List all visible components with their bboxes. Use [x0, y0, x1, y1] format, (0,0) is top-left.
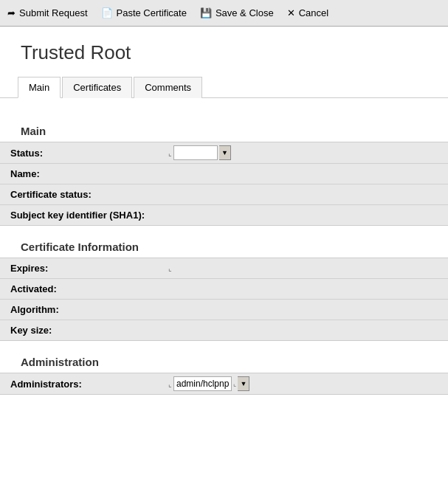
admin-value-text: admin/hclpnp [176, 379, 229, 389]
paste-certificate-label: Paste Certificate [117, 7, 187, 18]
cancel-button[interactable]: ✕ Cancel [287, 7, 328, 18]
admin-dropdown-btn[interactable]: ▼ [238, 376, 249, 391]
subject-key-value-cell[interactable] [162, 205, 448, 226]
admin-ref-icon: ⌞ [168, 380, 172, 388]
admin-input[interactable]: admin/hclpnp [173, 376, 232, 391]
table-row: Status: ⌞ ▼ [0, 142, 448, 164]
algorithm-label: Algorithm: [0, 300, 162, 320]
table-row: Administrators: ⌞ admin/hclpnp ⌞ ▼ [0, 373, 448, 395]
save-icon: 💾 [200, 7, 212, 18]
administrators-label: Administrators: [0, 373, 162, 395]
submit-icon: ➦ [7, 7, 15, 18]
subject-key-label: Subject key identifier (SHA1): [0, 205, 162, 226]
key-size-label: Key size: [0, 320, 162, 341]
page-title: Trusted Root [0, 27, 448, 76]
cert-status-value-cell[interactable] [162, 184, 448, 205]
cert-fields-table: Expires: ⌞ Activated: Algorithm: Key siz… [0, 258, 448, 341]
cancel-label: Cancel [299, 7, 328, 18]
admin-ref-icon2: ⌞ [233, 380, 236, 387]
save-close-button[interactable]: 💾 Save & Close [200, 7, 274, 18]
tab-certificates[interactable]: Certificates [62, 77, 132, 98]
expires-value-cell: ⌞ [162, 258, 448, 279]
tab-main[interactable]: Main [18, 77, 61, 98]
main-section-header: Main [0, 117, 448, 142]
algorithm-value-cell[interactable] [162, 300, 448, 320]
table-row: Certificate status: [0, 184, 448, 205]
table-row: Activated: [0, 279, 448, 300]
status-input[interactable] [173, 145, 218, 160]
table-row: Subject key identifier (SHA1): [0, 205, 448, 226]
expires-label: Expires: [0, 258, 162, 279]
content-area: Main Status: ⌞ ▼ Name: Certificate statu… [0, 98, 448, 402]
expires-ref-icon: ⌞ [168, 264, 172, 272]
activated-label: Activated: [0, 279, 162, 300]
admin-section-header: Administration [0, 348, 448, 373]
status-dropdown-btn[interactable]: ▼ [219, 145, 231, 160]
table-row: Name: [0, 164, 448, 184]
save-close-label: Save & Close [216, 7, 274, 18]
table-row: Algorithm: [0, 300, 448, 320]
cancel-icon: ✕ [287, 7, 295, 18]
admin-fields-table: Administrators: ⌞ admin/hclpnp ⌞ ▼ [0, 373, 448, 395]
cert-status-label: Certificate status: [0, 184, 162, 205]
name-label: Name: [0, 164, 162, 184]
expires-input-row: ⌞ [168, 263, 442, 274]
table-row: Expires: ⌞ [0, 258, 448, 279]
activated-value-cell[interactable] [162, 279, 448, 300]
name-value-cell[interactable] [162, 164, 448, 184]
tab-bar: Main Certificates Comments [0, 76, 448, 98]
status-ref-icon: ⌞ [168, 149, 172, 157]
paste-certificate-button[interactable]: 📄 Paste Certificate [101, 7, 187, 18]
status-input-row: ⌞ ▼ [168, 145, 442, 160]
main-fields-table: Status: ⌞ ▼ Name: Certificate status: Su… [0, 142, 448, 226]
admin-input-row: ⌞ admin/hclpnp ⌞ ▼ [168, 376, 249, 391]
toolbar: ➦ Submit Request 📄 Paste Certificate 💾 S… [0, 0, 448, 27]
tab-comments[interactable]: Comments [134, 77, 202, 98]
status-value-cell: ⌞ ▼ [162, 142, 448, 164]
paste-icon: 📄 [101, 7, 113, 18]
submit-request-button[interactable]: ➦ Submit Request [7, 7, 88, 18]
administrators-value-cell: ⌞ admin/hclpnp ⌞ ▼ [162, 373, 448, 395]
key-size-value-cell[interactable] [162, 320, 448, 341]
submit-request-label: Submit Request [19, 7, 88, 18]
status-label: Status: [0, 142, 162, 164]
table-row: Key size: [0, 320, 448, 341]
cert-section-header: Certificate Information [0, 233, 448, 258]
